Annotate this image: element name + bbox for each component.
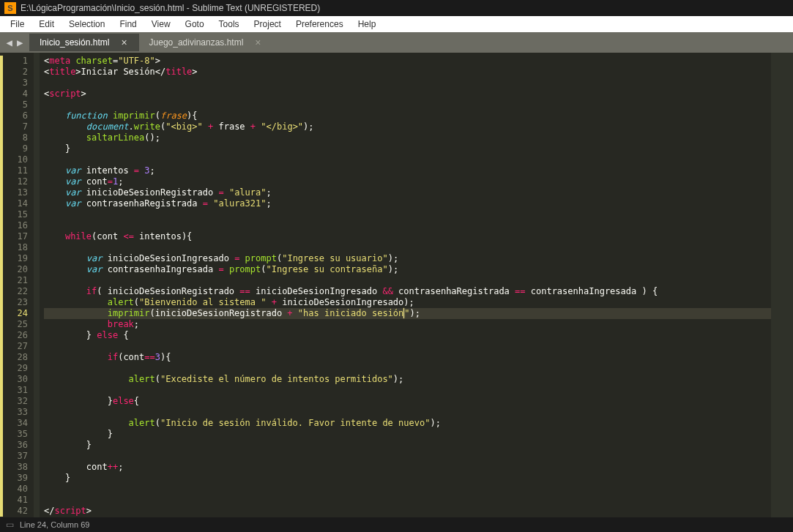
editor[interactable]: 1234567891011121314151617181920212223242… <box>0 53 793 517</box>
tab-label: Juego_adivinanzas.html <box>149 37 244 48</box>
title-path: E:\LógicaProgramación\Inicio_sesión.html <box>21 3 184 13</box>
tabbar: ◀ ▶ Inicio_sesión.html × Juego_adivinanz… <box>0 32 793 53</box>
tab-label: Inicio_sesión.html <box>40 37 109 48</box>
title-sep: - <box>184 3 192 13</box>
menu-goto[interactable]: Goto <box>178 18 212 31</box>
menu-view[interactable]: View <box>144 18 178 31</box>
close-icon[interactable]: × <box>255 37 261 48</box>
tab-inicio-sesion[interactable]: Inicio_sesión.html × <box>29 34 139 51</box>
menu-selection[interactable]: Selection <box>62 18 112 31</box>
fold-strip <box>34 53 40 517</box>
app-icon: S <box>4 2 16 14</box>
code-area[interactable]: <meta charset="UTF-8"><title>Iniciar Ses… <box>40 53 771 517</box>
nav-arrows[interactable]: ◀ ▶ <box>0 37 29 48</box>
panel-switch-icon[interactable]: ▭ <box>6 520 14 530</box>
status-cursor: Line 24, Column 69 <box>20 520 89 529</box>
close-icon[interactable]: × <box>121 37 127 48</box>
titlebar: S E:\LógicaProgramación\Inicio_sesión.ht… <box>0 0 793 16</box>
menu-tools[interactable]: Tools <box>212 18 247 31</box>
app-icon-letter: S <box>7 4 12 12</box>
nav-back-icon[interactable]: ◀ <box>7 37 12 48</box>
menu-find[interactable]: Find <box>112 18 144 31</box>
menu-edit[interactable]: Edit <box>31 18 62 31</box>
minimap[interactable] <box>771 53 793 517</box>
menu-file[interactable]: File <box>3 18 31 31</box>
tab-juego-adivinanzas[interactable]: Juego_adivinanzas.html × <box>139 34 273 51</box>
title-app: Sublime Text (UNREGISTERED) <box>192 3 320 13</box>
menubar: File Edit Selection Find View Goto Tools… <box>0 16 793 32</box>
gutter[interactable]: 1234567891011121314151617181920212223242… <box>3 53 34 517</box>
statusbar[interactable]: ▭ Line 24, Column 69 <box>0 517 793 532</box>
menu-help[interactable]: Help <box>351 18 384 31</box>
menu-project[interactable]: Project <box>247 18 288 31</box>
menu-preferences[interactable]: Preferences <box>288 18 351 31</box>
nav-forward-icon[interactable]: ▶ <box>17 37 23 48</box>
